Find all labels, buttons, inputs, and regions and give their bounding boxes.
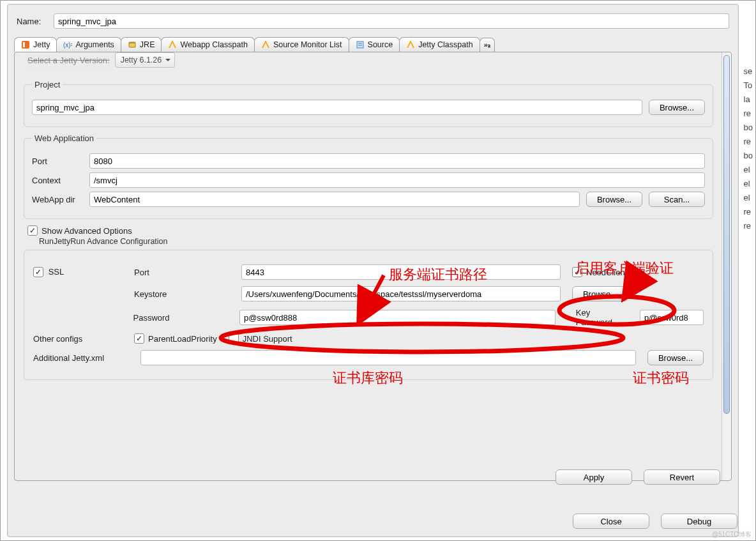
additional-xml-label: Additional Jetty.xml — [33, 353, 129, 363]
context-label: Context — [32, 176, 83, 185]
revert-button[interactable]: Revert — [644, 469, 720, 485]
svg-text:(x)=: (x)= — [63, 42, 72, 49]
jetty-version-label: Select a Jetty Version: — [27, 56, 110, 65]
args-icon: (x)= — [63, 40, 72, 49]
watermark: @51CTO博客 — [712, 530, 752, 539]
tab-source[interactable]: Source — [349, 37, 400, 52]
webappdir-browse-button[interactable]: Browse... — [586, 192, 642, 207]
svg-rect-0 — [22, 41, 29, 49]
tab-label: Jetty — [33, 40, 50, 49]
close-button[interactable]: Close — [573, 514, 649, 529]
webappdir-label: WebApp dir — [32, 195, 83, 204]
classpath-icon — [168, 40, 177, 49]
tab-body: Select a Jetty Version: Jetty 6.1.26 Pro… — [14, 52, 732, 481]
password-label: Password — [133, 313, 228, 323]
tab-jre[interactable]: JRE — [121, 37, 162, 52]
background-text-peek: seTola rebore boelel elrere — [744, 65, 753, 233]
show-advanced-checkbox[interactable] — [27, 225, 38, 236]
additional-xml-browse-button[interactable]: Browse... — [647, 350, 704, 365]
scrollbar-thumb[interactable] — [723, 55, 730, 414]
need-client-auth-checkbox[interactable] — [572, 267, 582, 277]
ssl-label: SSL — [49, 267, 64, 277]
dialog-panel: Name: Jetty (x)= Arguments JRE — [7, 4, 739, 537]
name-label: Name: — [17, 17, 47, 26]
parentload-checkbox[interactable] — [134, 333, 144, 344]
tab-arguments[interactable]: (x)= Arguments — [56, 37, 121, 52]
jndi-checkbox[interactable] — [229, 333, 239, 344]
webapp-legend: Web Application — [32, 133, 96, 143]
source-icon — [356, 40, 365, 49]
debug-button[interactable]: Debug — [661, 514, 737, 529]
keystore-browse-button[interactable]: Browse... — [572, 286, 628, 301]
advance-config-title: RunJettyRun Advance Configuration — [39, 237, 722, 246]
tab-webapp-classpath[interactable]: Webapp Classpath — [161, 37, 254, 52]
svg-rect-4 — [129, 42, 135, 43]
name-input[interactable] — [54, 13, 729, 29]
apply-revert-bar: Apply Revert — [556, 469, 720, 485]
keystore-label: Keystore — [134, 289, 230, 299]
tab-more[interactable]: »₂ — [480, 38, 495, 52]
run-config-window: Name: Jetty (x)= Arguments JRE — [0, 0, 756, 541]
tab-source-monitor[interactable]: Source Monitor List — [254, 37, 349, 52]
ssl-port-input[interactable] — [241, 264, 561, 280]
project-group: Project Browse... — [24, 80, 713, 127]
tab-label: Arguments — [75, 40, 114, 49]
port-label: Port — [32, 156, 83, 166]
tab-label: JRE — [140, 40, 155, 49]
tab-label: »₂ — [484, 41, 490, 49]
svg-rect-1 — [23, 42, 25, 47]
keypassword-input[interactable] — [640, 310, 704, 325]
other-configs-label: Other configs — [33, 334, 123, 344]
tab-jetty[interactable]: Jetty — [14, 37, 57, 52]
name-row: Name: — [8, 4, 738, 34]
ssl-checkbox[interactable] — [33, 267, 43, 277]
jetty-version-row: Select a Jetty Version: Jetty 6.1.26 — [15, 52, 722, 75]
classpath-icon — [406, 40, 415, 49]
webappdir-input[interactable] — [89, 192, 580, 207]
keypassword-label: Key Password — [576, 308, 628, 327]
context-input[interactable] — [89, 172, 705, 188]
ssl-port-label: Port — [134, 268, 230, 277]
additional-xml-input[interactable] — [140, 350, 636, 365]
svg-rect-5 — [357, 42, 363, 48]
show-advanced-row[interactable]: Show Advanced Options — [27, 225, 722, 236]
jetty-version-select[interactable]: Jetty 6.1.26 — [115, 52, 176, 68]
scroll-area: Select a Jetty Version: Jetty 6.1.26 Pro… — [15, 52, 722, 480]
project-input[interactable] — [32, 100, 642, 115]
tab-bar: Jetty (x)= Arguments JRE Webapp Classpat… — [8, 34, 738, 52]
vertical-scrollbar[interactable] — [722, 52, 731, 480]
keystore-input[interactable] — [241, 286, 561, 301]
jetty-icon — [21, 40, 30, 49]
apply-button[interactable]: Apply — [556, 469, 632, 485]
tab-label: Jetty Classpath — [418, 40, 472, 49]
password-input[interactable] — [239, 310, 556, 325]
tab-label: Source Monitor List — [273, 40, 342, 49]
ssl-col: SSL — [33, 267, 123, 278]
parentload-label: ParentLoadPriority — [148, 334, 217, 344]
tab-label: Source — [368, 40, 393, 49]
show-advanced-label: Show Advanced Options — [42, 226, 132, 236]
tab-label: Webapp Classpath — [180, 40, 247, 49]
webappdir-scan-button[interactable]: Scan... — [649, 192, 705, 207]
project-legend: Project — [32, 80, 63, 89]
advance-panel: SSL Port NeedClientAuth Keystore B — [24, 250, 713, 380]
jre-icon — [128, 40, 137, 49]
port-input[interactable] — [89, 153, 705, 169]
jndi-label: JNDI Support — [243, 334, 292, 344]
need-client-auth-label: NeedClientAuth — [586, 268, 644, 277]
close-debug-bar: Close Debug — [573, 514, 737, 529]
project-browse-button[interactable]: Browse... — [649, 100, 705, 115]
classpath-icon — [261, 40, 270, 49]
webapp-group: Web Application Port Context WebApp dir … — [24, 133, 713, 219]
tab-jetty-classpath[interactable]: Jetty Classpath — [399, 37, 480, 52]
